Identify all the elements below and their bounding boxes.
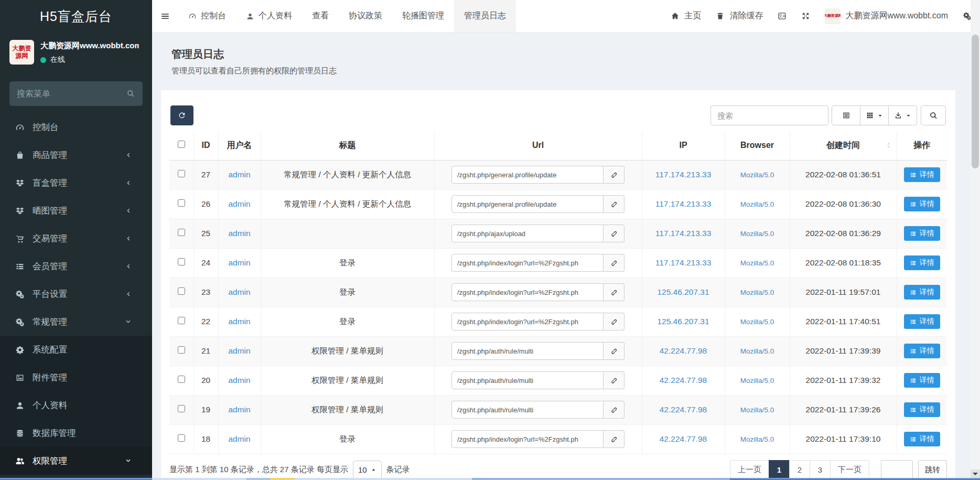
user-link[interactable]: admin [228, 258, 250, 267]
open-url-button[interactable] [604, 166, 624, 184]
detail-button[interactable]: 详情 [904, 402, 940, 417]
user-link[interactable]: admin [228, 434, 250, 443]
user-link[interactable]: admin [228, 287, 250, 296]
sidebar-item-blindbox[interactable]: 盲盒管理 [0, 169, 152, 197]
url-input[interactable] [451, 313, 604, 330]
home-button[interactable]: 主页 [671, 10, 701, 22]
tab-view[interactable]: 查看 [302, 0, 339, 32]
detail-button[interactable]: 详情 [904, 432, 940, 446]
sidebar-item-trade[interactable]: 交易管理 [0, 225, 152, 252]
row-checkbox[interactable] [178, 170, 185, 177]
pager-next[interactable]: 下一页 [830, 460, 869, 480]
url-input[interactable] [451, 371, 604, 389]
sidebar-item-photos[interactable]: 晒图管理 [0, 197, 152, 225]
refresh-button[interactable] [170, 105, 193, 125]
url-input[interactable] [451, 195, 604, 213]
url-input[interactable] [451, 254, 604, 272]
sidebar-item-members[interactable]: 会员管理 [0, 252, 152, 280]
detail-button[interactable]: 详情 [904, 226, 940, 241]
detail-button[interactable]: 详情 [904, 197, 940, 211]
browser-link[interactable]: Mozilla/5.0 [740, 435, 774, 443]
detail-button[interactable]: 详情 [904, 255, 940, 270]
pager-prev[interactable]: 上一页 [730, 460, 769, 480]
open-url-button[interactable] [604, 430, 624, 448]
ip-link[interactable]: 42.224.77.98 [660, 376, 707, 385]
user-link[interactable]: admin [228, 317, 250, 326]
sidebar-item-platform[interactable]: 平台设置 [0, 280, 152, 308]
url-input[interactable] [451, 342, 604, 360]
tab-dashboard[interactable]: 控制台 [178, 0, 236, 32]
row-checkbox[interactable] [178, 199, 185, 207]
columns-button[interactable] [860, 105, 889, 125]
browser-link[interactable]: Mozilla/5.0 [740, 200, 774, 208]
export-button[interactable] [888, 105, 917, 125]
language-button[interactable]: 文A [778, 12, 787, 20]
url-input[interactable] [451, 166, 604, 184]
url-input[interactable] [451, 430, 604, 448]
column-header-time[interactable]: 创建时间 [790, 131, 897, 160]
ip-link[interactable]: 117.174.213.33 [655, 170, 712, 179]
ip-link[interactable]: 42.224.77.98 [660, 434, 707, 443]
url-input[interactable] [451, 225, 604, 242]
url-input[interactable] [451, 283, 604, 301]
scrollbar[interactable] [971, 0, 980, 480]
ip-link[interactable]: 117.174.213.33 [655, 229, 712, 238]
row-checkbox[interactable] [178, 405, 185, 412]
user-link[interactable]: admin [228, 199, 250, 208]
sidebar-item-goods[interactable]: 商品管理 [0, 141, 152, 169]
ip-link[interactable]: 125.46.207.31 [657, 287, 709, 296]
sidebar-item-profile[interactable]: 个人资料 [0, 391, 152, 419]
row-checkbox[interactable] [178, 434, 185, 442]
sidebar-item-attachments[interactable]: 附件管理 [0, 364, 152, 391]
row-checkbox[interactable] [178, 346, 185, 354]
row-checkbox[interactable] [178, 376, 185, 383]
user-link[interactable]: admin [228, 346, 250, 355]
detail-button[interactable]: 详情 [904, 285, 940, 300]
scrollbar-thumb[interactable] [972, 35, 979, 168]
detail-button[interactable]: 详情 [904, 314, 940, 329]
tab-profile[interactable]: 个人资料 [236, 0, 302, 32]
row-checkbox[interactable] [178, 317, 185, 324]
search-button[interactable] [921, 105, 946, 125]
sidebar-search-input[interactable] [17, 89, 126, 99]
browser-link[interactable]: Mozilla/5.0 [740, 230, 774, 238]
user-menu[interactable]: 大鹏资源网 大鹏资源网www.wobbt.com [825, 8, 948, 24]
page-jump-button[interactable]: 跳转 [918, 460, 947, 480]
open-url-button[interactable] [604, 254, 624, 272]
user-link[interactable]: admin [228, 405, 250, 414]
tab-carousel[interactable]: 轮播图管理 [392, 0, 454, 32]
sidebar-item-system-config[interactable]: 系统配置 [0, 336, 152, 364]
user-link[interactable]: admin [228, 376, 250, 385]
ip-link[interactable]: 117.174.213.33 [655, 199, 712, 208]
browser-link[interactable]: Mozilla/5.0 [740, 377, 774, 385]
page-size-select[interactable]: 10 [353, 461, 382, 479]
select-all-checkbox[interactable] [178, 141, 185, 148]
open-url-button[interactable] [604, 371, 624, 389]
sidebar-item-general[interactable]: 常规管理 [0, 308, 152, 336]
url-input[interactable] [451, 401, 604, 419]
open-url-button[interactable] [604, 401, 624, 419]
scrollbar-down-arrow[interactable] [971, 470, 980, 478]
open-url-button[interactable] [604, 283, 624, 301]
browser-link[interactable]: Mozilla/5.0 [740, 171, 774, 179]
user-link[interactable]: admin [228, 229, 250, 238]
row-checkbox[interactable] [178, 229, 185, 236]
row-checkbox[interactable] [178, 258, 185, 265]
detail-button[interactable]: 详情 [904, 344, 940, 358]
clear-cache-button[interactable]: 清除缓存 [716, 10, 763, 22]
ip-link[interactable]: 125.46.207.31 [657, 317, 709, 326]
row-checkbox[interactable] [178, 287, 185, 295]
open-url-button[interactable] [604, 342, 624, 360]
sidebar-item-dashboard[interactable]: 控制台 [0, 113, 152, 141]
browser-link[interactable]: Mozilla/5.0 [740, 289, 774, 296]
toggle-view-button[interactable] [832, 105, 860, 125]
open-url-button[interactable] [604, 313, 624, 330]
sidebar-toggle-button[interactable] [152, 0, 178, 32]
browser-link[interactable]: Mozilla/5.0 [740, 347, 774, 355]
open-url-button[interactable] [604, 195, 624, 213]
ip-link[interactable]: 117.174.213.33 [655, 258, 712, 267]
sidebar-item-auth[interactable]: 权限管理 [0, 447, 152, 475]
ip-link[interactable]: 42.224.77.98 [660, 346, 707, 355]
browser-link[interactable]: Mozilla/5.0 [740, 259, 774, 267]
user-link[interactable]: admin [228, 170, 250, 179]
